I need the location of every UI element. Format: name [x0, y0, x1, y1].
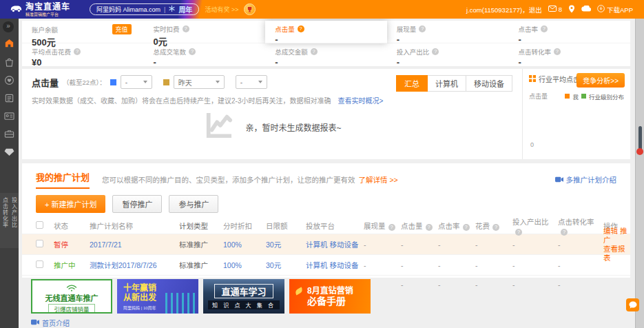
- learn-more-link[interactable]: 了解详情 >>: [359, 174, 398, 185]
- promo-banners: 无线直通车推广 引爆店铺销量 十年赢销 从新出发 阿里妈妈 | 10周年 直通车…: [31, 279, 371, 314]
- sidebar-item-vip[interactable]: [4, 147, 14, 157]
- promo-link[interactable]: 活动有奖 >>: [205, 5, 238, 14]
- campaigns-panel: 我的推广计划 您可以根据不同的推广目的、宝贝类型，添加多个推广计划，让您的推广更…: [22, 163, 630, 278]
- platform-link[interactable]: 计算机 移动设备: [306, 261, 358, 269]
- tab-my-campaigns[interactable]: 我的推广计划: [36, 170, 90, 189]
- stat-roi[interactable]: 投入产出比? -: [387, 43, 509, 66]
- banner-learning[interactable]: 直通车学习 知 识 点 大 集 合: [203, 279, 284, 314]
- info-icon[interactable]: ?: [388, 224, 395, 231]
- daily-limit-link[interactable]: 30元: [266, 261, 281, 269]
- view-report-link[interactable]: 查看报表: [603, 245, 625, 262]
- campaign-name-link[interactable]: 测款计划2017/8/7/26: [90, 261, 156, 269]
- cloud-button[interactable]: [581, 6, 591, 13]
- stat-account-balance[interactable]: 账户余额 充值 500元: [22, 21, 144, 43]
- banner-title: 8月直钻营销: [307, 286, 371, 296]
- header-ctr: 点击率?: [438, 221, 475, 231]
- platform-link[interactable]: 计算机 移动设备: [306, 240, 358, 249]
- chat-button[interactable]: [626, 298, 639, 311]
- legend-me-swatch: [565, 94, 570, 99]
- stat-value: -: [275, 34, 387, 45]
- info-icon[interactable]: ?: [561, 229, 568, 236]
- banner-wireless-promo[interactable]: 无线直通车推广 引爆店铺销量: [31, 279, 112, 314]
- stat-avg-click-cost[interactable]: 平均点击花费? ¥0: [22, 43, 144, 66]
- tool-label-roi: 投入产出比: [10, 197, 18, 248]
- sidebar-item-account-card[interactable]: [4, 111, 14, 121]
- info-icon[interactable]: ?: [419, 25, 426, 32]
- info-icon[interactable]: ?: [432, 48, 439, 55]
- tab-computer[interactable]: 计算机: [427, 75, 466, 92]
- header-cost: 花费?: [475, 221, 512, 231]
- info-icon[interactable]: ?: [554, 48, 561, 55]
- recharge-button[interactable]: 充值: [112, 24, 132, 34]
- campaign-name-link[interactable]: 2017/7/21: [90, 240, 122, 249]
- y-axis-zero-label: 0: [530, 141, 534, 148]
- sidebar-item-tools[interactable]: [4, 129, 14, 139]
- scrollbar-track[interactable]: [635, 19, 644, 328]
- mail-indicator[interactable]: 8: [548, 6, 562, 13]
- industry-chart-empty: 0: [529, 103, 624, 151]
- cell-clicks: -: [401, 261, 438, 269]
- info-icon[interactable]: ?: [298, 25, 304, 32]
- info-icon[interactable]: ?: [189, 48, 196, 55]
- info-icon[interactable]: ?: [74, 48, 81, 55]
- info-icon[interactable]: ?: [492, 224, 499, 231]
- stat-label: 总成交金额: [275, 47, 308, 57]
- info-icon[interactable]: ?: [311, 48, 318, 55]
- download-app-link[interactable]: 下载APP: [597, 5, 633, 14]
- discount-link[interactable]: 100%: [223, 261, 242, 269]
- home-intro-link[interactable]: 首页介绍: [31, 318, 70, 328]
- cloud-icon: [581, 6, 591, 13]
- pause-campaign-button[interactable]: 暂停推广: [112, 195, 162, 213]
- left-sidebar: » 点击转化率 投入产出比: [0, 19, 19, 328]
- total-clicks: -: [401, 280, 438, 289]
- tab-summary[interactable]: 汇总: [396, 75, 428, 92]
- stat-value: -: [154, 57, 266, 68]
- row-checkbox[interactable]: [36, 240, 43, 247]
- sidebar-expand-button[interactable]: »: [3, 21, 14, 32]
- date-select-compare2[interactable]: -: [236, 75, 267, 89]
- banner-august-handbook[interactable]: 8月直钻营销 必备手册: [289, 279, 371, 314]
- info-icon[interactable]: ?: [541, 25, 548, 32]
- location-button[interactable]: [568, 5, 575, 14]
- row-checkbox[interactable]: [36, 260, 43, 268]
- discount-link[interactable]: 100%: [223, 240, 242, 249]
- sidebar-item-favorites[interactable]: [4, 75, 14, 85]
- user-account-logout[interactable]: j.com(1150932177)，退出: [466, 5, 542, 14]
- date-select-compare[interactable]: 昨天: [174, 75, 225, 89]
- info-icon[interactable]: ?: [183, 25, 189, 32]
- trophy-icon[interactable]: [244, 3, 256, 15]
- info-icon[interactable]: ?: [515, 229, 522, 236]
- chevron-down-icon: [258, 81, 262, 83]
- stat-realtime-cost[interactable]: 实时扣费? 0元: [144, 21, 266, 43]
- info-icon[interactable]: ?: [426, 224, 433, 231]
- join-campaign-button[interactable]: 参与推广: [169, 195, 218, 213]
- compete-analysis-button[interactable]: 竞争分析>>: [577, 73, 625, 88]
- stat-total-orders[interactable]: 总成交笔数? -: [144, 43, 266, 66]
- stat-ctr[interactable]: 点击率? -: [508, 21, 630, 43]
- header-daily-limit: 日限额: [266, 221, 306, 231]
- table-row: 推广中 测款计划2017/8/7/26 标准推广 100% 30元 计算机 移动…: [22, 254, 630, 275]
- date-select-today[interactable]: -: [121, 75, 152, 89]
- banner-ten-year[interactable]: 十年赢销 从新出发 阿里妈妈 | 10周年: [117, 279, 198, 314]
- stat-clicks-selected[interactable]: 点击量? -: [265, 21, 387, 43]
- info-icon[interactable]: ?: [463, 224, 470, 231]
- edit-link[interactable]: 编辑: [603, 227, 618, 235]
- sidebar-item-home[interactable]: [4, 38, 14, 48]
- header-platform: 投放平台: [306, 221, 364, 231]
- tab-mobile[interactable]: 移动设备: [466, 75, 512, 92]
- alimama-anniversary-badge[interactable]: 阿里妈妈 Alimama.com | 周年: [90, 3, 199, 15]
- realtime-overview-link[interactable]: 查看实时概况>: [337, 97, 383, 105]
- stat-impressions[interactable]: 展现量? -: [387, 21, 509, 43]
- multi-campaign-intro-link[interactable]: 多推广计划介绍: [555, 174, 617, 185]
- sidebar-item-reports[interactable]: [4, 93, 14, 103]
- daily-limit-link[interactable]: 30元: [266, 240, 281, 249]
- header-name: 推广计划名称: [90, 221, 179, 231]
- stat-total-amount[interactable]: 总成交金额? -: [265, 43, 387, 66]
- header-type: 计划类型: [179, 221, 223, 231]
- app-logo[interactable]: 淘宝直通车 精准营销推广平台: [10, 3, 70, 17]
- stat-conversion-rate[interactable]: 点击转化率? -: [508, 43, 630, 66]
- sidebar-item-shop[interactable]: [4, 57, 14, 68]
- sidebar-metric-tool[interactable]: 点击转化率 投入产出比: [0, 193, 19, 248]
- new-campaign-button[interactable]: + 新建推广计划: [36, 195, 105, 213]
- select-all-checkbox[interactable]: [36, 221, 43, 229]
